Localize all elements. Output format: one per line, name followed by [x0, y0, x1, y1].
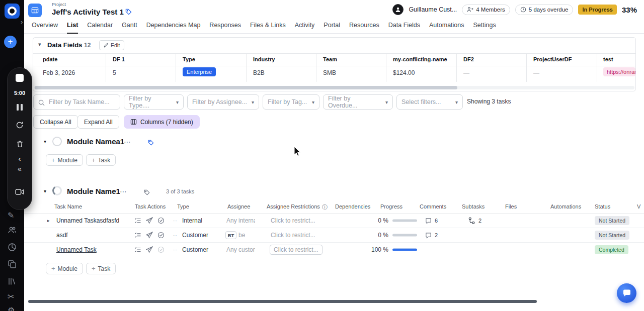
- filter-task-name-input[interactable]: [33, 94, 120, 110]
- checklist-action-icon[interactable]: [134, 232, 141, 239]
- tab-responses[interactable]: Responses: [209, 18, 241, 34]
- module2-menu-icon[interactable]: ⋯: [120, 187, 127, 195]
- task-row-2[interactable]: asdf ·· Customer BT be Click to restrict…: [0, 228, 644, 243]
- edit-data-fields-button[interactable]: Edit: [99, 40, 124, 50]
- df-value-test-badge[interactable]: https://onramp: [603, 67, 635, 76]
- filter-overdue-select[interactable]: Filter by Overdue...▾: [323, 94, 393, 110]
- add-task-button-bottom[interactable]: +Task: [86, 263, 116, 274]
- module1-collapse-caret[interactable]: ▾: [44, 139, 46, 144]
- user-name[interactable]: Guillaume Cust...: [409, 6, 457, 13]
- stop-recording-button[interactable]: [8, 74, 32, 82]
- tab-activity[interactable]: Activity: [295, 18, 315, 34]
- check-circle-action-icon[interactable]: [157, 246, 165, 253]
- pages-icon[interactable]: [8, 260, 17, 271]
- project-tag-icon[interactable]: [125, 8, 132, 17]
- df-value-projectuserdf[interactable]: —: [533, 69, 539, 76]
- assignee-initials-chip[interactable]: BT: [225, 231, 236, 239]
- avatar[interactable]: [392, 4, 404, 15]
- collapse-all-button[interactable]: Collapse All: [33, 115, 78, 129]
- chat-fab-button[interactable]: [617, 283, 636, 303]
- send-action-icon[interactable]: [146, 232, 153, 239]
- tools-icon[interactable]: ✂: [8, 292, 14, 301]
- task-type[interactable]: Internal: [182, 217, 202, 224]
- module1-name[interactable]: Module Namea1: [67, 137, 124, 146]
- status-badge[interactable]: In Progress: [578, 5, 617, 15]
- tab-gantt[interactable]: Gantt: [122, 18, 137, 34]
- df-value-df2[interactable]: —: [463, 69, 469, 76]
- tab-calendar[interactable]: Calendar: [87, 18, 113, 34]
- restart-recording-button[interactable]: [8, 121, 32, 129]
- overdue-badge[interactable]: 5 days overdue: [515, 5, 574, 15]
- tab-resources[interactable]: Resources: [349, 18, 379, 34]
- row-expand-caret[interactable]: ▸: [47, 218, 50, 223]
- module1-menu-icon[interactable]: ⋯: [124, 138, 131, 146]
- task-type[interactable]: Customer: [182, 232, 208, 239]
- add-task-button[interactable]: +Task: [86, 154, 116, 166]
- sidebar-expand-handle[interactable]: ›: [21, 18, 23, 26]
- task-type[interactable]: Customer: [182, 246, 208, 253]
- settings-icon-sidebar[interactable]: ⚙: [8, 305, 15, 311]
- app-logo[interactable]: [5, 4, 20, 19]
- df-value-team[interactable]: SMB: [323, 69, 336, 76]
- select-filters-dropdown[interactable]: Select filters...▾: [396, 94, 463, 110]
- add-module-button-bottom[interactable]: +Module: [46, 263, 83, 274]
- task-status-badge[interactable]: Not Started: [595, 231, 629, 240]
- task-name[interactable]: asdf: [56, 232, 68, 239]
- add-module-button[interactable]: +Module: [46, 154, 83, 166]
- send-action-icon[interactable]: [146, 217, 153, 224]
- df-value-type-badge[interactable]: Enterprise: [183, 67, 216, 76]
- collapse-panel-button[interactable]: ‹: [8, 154, 32, 163]
- module1-tag-icon[interactable]: [148, 139, 154, 148]
- horizontal-scrollbar-thumb[interactable]: [28, 300, 537, 303]
- df-value-pdate[interactable]: Feb 3, 2026: [43, 69, 75, 76]
- subtask-icon[interactable]: [468, 218, 475, 224]
- info-icon[interactable]: ⓘ: [322, 203, 328, 211]
- tab-automations[interactable]: Automations: [429, 18, 464, 34]
- task-assignee[interactable]: be: [238, 232, 245, 239]
- expand-all-button[interactable]: Expand All: [77, 115, 119, 129]
- rewind-button[interactable]: «: [8, 165, 32, 173]
- collapse-data-fields-icon[interactable]: ▾: [38, 41, 41, 48]
- reports-icon[interactable]: [8, 243, 17, 254]
- compose-icon[interactable]: ✎: [8, 211, 14, 220]
- df-value-conflicting[interactable]: $124.00: [393, 69, 415, 76]
- task-assignee[interactable]: Any custon: [226, 246, 255, 253]
- library-icon[interactable]: [8, 277, 17, 288]
- module2-tag-icon[interactable]: [144, 188, 150, 197]
- task-row-3[interactable]: Unnamed Task ·· Customer Any custon Clic…: [0, 243, 644, 257]
- tab-settings[interactable]: Settings: [473, 18, 496, 34]
- assignee-restriction-link[interactable]: Click to restrict...: [271, 217, 315, 224]
- task-row-1[interactable]: ▸ Unnamed Taskasdfasfd ·· Internal Any i…: [0, 214, 644, 228]
- tab-portal[interactable]: Portal: [324, 18, 340, 34]
- module2-collapse-caret[interactable]: ▾: [44, 188, 46, 194]
- df-value-df1[interactable]: 5: [113, 69, 116, 76]
- tab-list[interactable]: List: [67, 18, 78, 34]
- create-new-button[interactable]: +: [4, 36, 17, 48]
- check-circle-action-icon[interactable]: [157, 217, 165, 224]
- checklist-action-icon[interactable]: [134, 246, 141, 253]
- checklist-action-icon[interactable]: [134, 217, 141, 224]
- task-name[interactable]: Unnamed Task: [56, 246, 97, 253]
- delete-recording-button[interactable]: [8, 140, 32, 148]
- task-assignee[interactable]: Any interna: [226, 217, 255, 224]
- filter-assignee-select[interactable]: Filter by Assignee...▾: [187, 94, 259, 110]
- tab-data-fields[interactable]: Data Fields: [388, 18, 420, 34]
- tab-files-links[interactable]: Files & Links: [250, 18, 286, 34]
- comment-icon[interactable]: [425, 218, 432, 224]
- task-progress-bar[interactable]: [392, 249, 417, 251]
- module2-name[interactable]: Module Name1: [67, 187, 120, 195]
- send-action-icon[interactable]: [146, 246, 153, 253]
- columns-hidden-button[interactable]: Columns (7 hidden): [124, 115, 200, 129]
- assignee-restriction-link[interactable]: Click to restrict...: [271, 232, 315, 239]
- task-progress-bar[interactable]: [392, 220, 417, 222]
- task-status-badge[interactable]: Completed: [595, 245, 628, 254]
- camera-toggle-button[interactable]: [8, 188, 32, 195]
- check-circle-action-icon[interactable]: [157, 232, 165, 239]
- data-fields-scrollbar-thumb[interactable]: [35, 86, 457, 89]
- pause-recording-button[interactable]: [8, 104, 32, 111]
- assignee-restriction-button[interactable]: Click to restrict...: [270, 245, 323, 255]
- filter-type-select[interactable]: Filter by Type....▾: [124, 94, 184, 110]
- comment-icon[interactable]: [425, 232, 432, 239]
- df-value-industry[interactable]: B2B: [253, 69, 265, 76]
- task-progress-bar[interactable]: [392, 234, 417, 237]
